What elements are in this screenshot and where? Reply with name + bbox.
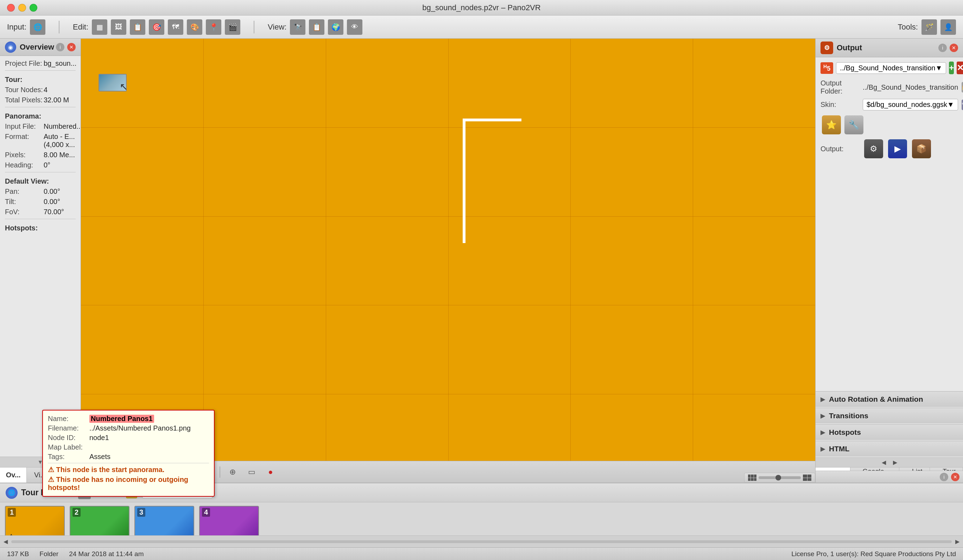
close-button[interactable] [7,4,15,11]
right-scroll-left[interactable]: ◀ [882,459,886,466]
edit-output-icon[interactable]: 📋 [130,19,145,35]
pixels-value: 8.00 Me... [44,151,75,159]
tooltip-maplabel-label: Map Label: [48,443,86,451]
zoom-slider-thumb[interactable] [775,475,781,481]
bottom-right-close[interactable]: ✕ [951,473,960,481]
auto-rotation-arrow: ▶ [820,395,825,403]
tour-section-title: Tour: [5,76,76,84]
project-file-row: Project File: bg_soun... [5,60,76,68]
auto-rotation-section: ▶ Auto Rotation & Animation [815,391,963,407]
window-controls [7,4,37,11]
output-panel-icon: ⚙ [820,42,833,54]
bottom-right-info[interactable]: i [940,473,948,481]
skin-star-icon[interactable]: ⭐ [822,115,841,134]
total-pixels-label: Total Pixels: [5,96,44,104]
license-text: License Pro, 1 user(s): Red Square Produ… [791,550,956,558]
auto-rotation-title: Auto Rotation & Animation [829,395,923,403]
overview-panel-header: ◉ Overview i ✕ [0,39,81,56]
edit-location-icon[interactable]: 📍 [206,19,221,35]
transitions-header[interactable]: ▶ Transitions [815,408,963,424]
list-view-icon[interactable] [748,474,757,481]
zoom-slider-track[interactable] [759,476,801,479]
status-bar: 137 KB Folder 24 Mar 2018 at 11:44 am Li… [0,547,963,560]
thumb-2[interactable]: 2 Pano2 [70,506,130,536]
edit-hotspot-icon[interactable]: 🎯 [149,19,164,35]
tools-wand-icon[interactable]: 🪄 [921,19,937,35]
minimize-button[interactable] [18,4,26,11]
hotspots-header[interactable]: ▶ Hotspots [815,424,963,440]
auto-rotation-header[interactable]: ▶ Auto Rotation & Animation [815,392,963,407]
view-clipboard-icon[interactable]: 📋 [309,19,324,35]
input-file-label: Input File: [5,122,44,131]
thumb-3[interactable]: 3 Pano3 [135,506,194,536]
thumb-4[interactable]: 4 Panos4 [199,506,259,536]
output-play-icon[interactable]: ▶ [888,139,907,158]
tooltip-tags-value: Assets [89,453,110,461]
edit-map-icon[interactable]: 🗺 [168,19,183,35]
tooltip-tags-row: Tags: Assets [48,453,209,461]
output-add-button[interactable]: + [949,62,954,74]
tilt-row: Tilt: 0.00° [5,198,76,206]
edit-skin-icon[interactable]: 🎨 [187,19,202,35]
rectangle-icon[interactable]: ▭ [245,465,258,479]
overview-panel-content: Project File: bg_soun... Tour: Tour Node… [0,56,81,456]
hotspots-section: ▶ Hotspots [815,424,963,440]
hotspots-title: Hotspots: [5,224,76,232]
canvas-shape-bottom-ext [463,234,465,243]
skin-dropdown[interactable]: $d/bg_sound_nodes.ggsk ▼ [863,99,958,110]
output-title-row: ⚙ Output [820,42,862,54]
thumb-1[interactable]: 1 ⚠ Numbered Pano... [5,506,65,536]
skin-edit-btn[interactable]: ✎ [961,100,963,110]
input-panorama-icon[interactable]: 🌐 [30,19,45,35]
output-panel-header: ⚙ Output i ✕ [815,39,963,57]
tooltip-nodeid-value: node1 [89,434,109,442]
edit-panorama-icon[interactable]: 🖼 [111,19,126,35]
bottom-scroll-right[interactable]: ▶ [955,538,960,545]
edit-label: Edit: [73,23,88,32]
color-red-icon[interactable]: ● [264,465,277,479]
output-file-dropdown[interactable]: ../Bg_Sound_Nodes_transition ▼ [836,62,946,74]
thumb-1-number: 1 [8,508,16,517]
thumb-4-image[interactable]: 4 [199,506,259,536]
lv-cell-6 [754,478,757,481]
edit-grid-icon[interactable]: ▦ [92,19,107,35]
tooltip-maplabel-row: Map Label: [48,443,209,451]
pan-row: Pan: 0.00° [5,188,76,196]
output-delete-button[interactable]: ✕ [957,62,963,74]
overview-title: Overview [20,42,54,52]
output-package-icon[interactable]: 📦 [912,139,931,158]
view-eye-icon[interactable]: 👁 [347,19,362,35]
gv-cell-3 [803,478,807,481]
thumb-2-image[interactable]: 2 [70,506,130,536]
thumb-1-image[interactable]: 1 ⚠ [5,506,65,536]
output-close-button[interactable]: ✕ [950,44,958,52]
tools-person-icon[interactable]: 👤 [940,19,956,35]
view-binoculars-icon[interactable]: 🔭 [290,19,305,35]
output-folder-browse[interactable]: 📁 [961,82,963,92]
right-scroll-right[interactable]: ▶ [893,459,897,466]
panel-close-button[interactable]: ✕ [67,43,76,51]
output-info-button[interactable]: i [939,44,947,52]
panel-info-button[interactable]: i [56,43,64,51]
bottom-scroll-track[interactable] [11,540,952,543]
canvas-cursor: ↖ [120,81,128,92]
grid-view-icon-2[interactable] [803,474,811,481]
bottom-scroll-left[interactable]: ◀ [3,538,8,545]
pan-value: 0.00° [44,188,60,196]
left-tab-overview[interactable]: Ov... [0,468,27,482]
edit-video-icon[interactable]: 🎬 [225,19,240,35]
view-globe-icon[interactable]: 🌍 [328,19,344,35]
hotspots-title: Hotspots [829,428,861,437]
tools-section: Tools: 🪄 👤 [898,19,956,35]
output-gear-icon[interactable]: ⚙ [864,139,883,158]
bottom-scroll-bar: ◀ ▶ [0,536,963,547]
transitions-section: ▶ Transitions [815,408,963,424]
thumb-3-image[interactable]: 3 [135,506,194,536]
crosshair-icon[interactable]: ⊕ [226,465,239,479]
skin-tools-icon[interactable]: 🔧 [845,115,863,134]
maximize-button[interactable] [29,4,37,11]
html-header[interactable]: ▶ HTML [815,441,963,456]
output-title: Output [837,43,862,52]
transitions-title: Transitions [829,411,868,420]
thumb-2-number: 2 [73,508,81,517]
